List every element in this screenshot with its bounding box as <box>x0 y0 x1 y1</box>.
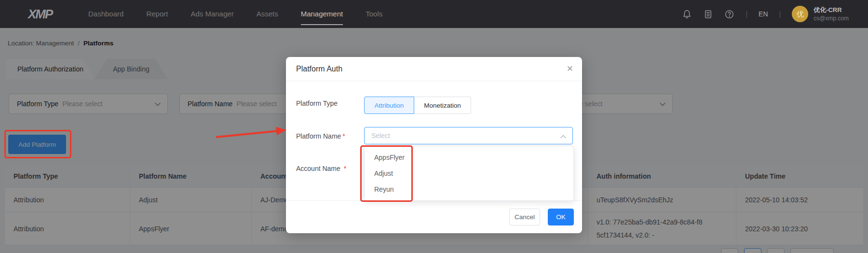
nav-ads-manager[interactable]: Ads Manager <box>190 0 233 28</box>
nav-management[interactable]: Management <box>301 0 343 28</box>
app-window: XMP Dashboard Report Ads Manager Assets … <box>0 0 868 253</box>
option-reyun[interactable]: Reyun <box>365 182 573 197</box>
bell-icon[interactable] <box>682 9 692 19</box>
platform-type-toggle: Attribution Monetization <box>364 97 471 114</box>
document-icon[interactable] <box>703 9 713 19</box>
main-nav: Dashboard Report Ads Manager Assets Mana… <box>88 0 382 28</box>
nav-report[interactable]: Report <box>146 0 168 28</box>
platform-type-label: Platform Type <box>296 99 338 107</box>
nav-divider: | <box>746 10 747 18</box>
select-placeholder: Select <box>371 132 390 140</box>
attribution-option[interactable]: Attribution <box>364 97 414 114</box>
xmp-logo[interactable]: XMP <box>28 7 52 22</box>
language-switcher[interactable]: EN <box>759 10 768 18</box>
platform-auth-modal: Platform Auth ✕ Platform Type Attributio… <box>286 57 582 233</box>
chevron-up-icon <box>560 135 566 139</box>
required-marker: * <box>344 165 346 172</box>
help-icon[interactable] <box>724 9 734 19</box>
nav-assets[interactable]: Assets <box>257 0 278 28</box>
modal-header: Platform Auth ✕ <box>286 57 582 81</box>
user-info[interactable]: 优化-CRR cs@xmp.com <box>814 6 849 22</box>
user-name: 优化-CRR <box>814 6 849 14</box>
option-appsflyer[interactable]: AppsFlyer <box>365 150 573 166</box>
close-icon[interactable]: ✕ <box>567 64 573 74</box>
nav-dashboard[interactable]: Dashboard <box>88 0 123 28</box>
option-adjust[interactable]: Adjust <box>365 166 573 182</box>
cancel-button[interactable]: Cancel <box>509 209 540 225</box>
navbar: XMP Dashboard Report Ads Manager Assets … <box>0 0 868 28</box>
nav-divider: | <box>779 10 781 18</box>
platform-name-dropdown: AppsFlyer Adjust Reyun <box>364 146 574 201</box>
navbar-right: | EN | 优 优化-CRR cs@xmp.com <box>682 0 868 28</box>
platform-name-select[interactable]: Select <box>364 127 573 144</box>
modal-title: Platform Auth <box>296 57 342 81</box>
required-marker: * <box>342 132 345 140</box>
ok-button[interactable]: OK <box>548 209 574 225</box>
nav-tools[interactable]: Tools <box>366 0 382 28</box>
platform-name-label: Platform Name* <box>296 132 345 140</box>
user-email: cs@xmp.com <box>814 14 849 22</box>
account-name-label: Account Name * <box>296 165 346 172</box>
monetization-option[interactable]: Monetization <box>414 97 471 114</box>
user-avatar[interactable]: 优 <box>792 6 808 22</box>
